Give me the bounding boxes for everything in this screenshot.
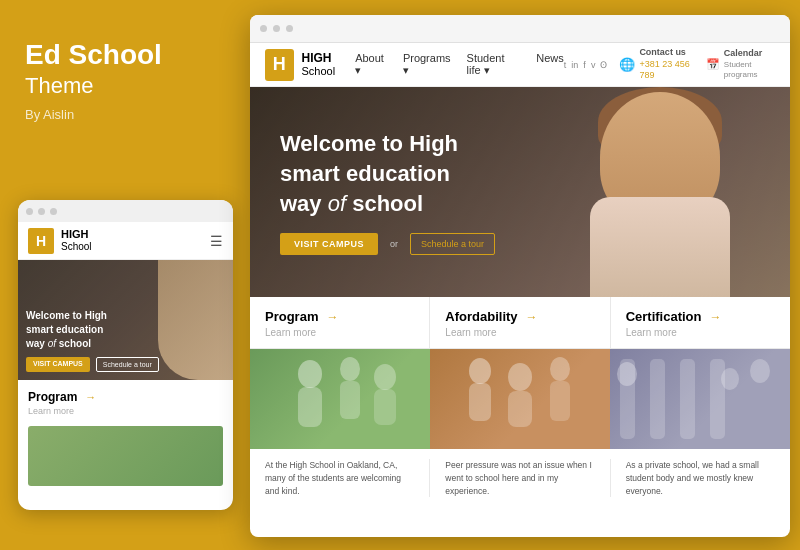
feature-program: Program → Learn more bbox=[250, 297, 430, 348]
card-svg-2 bbox=[430, 349, 610, 449]
mobile-top-bar bbox=[18, 200, 233, 222]
svg-rect-11 bbox=[550, 381, 570, 421]
mobile-program-image bbox=[28, 426, 223, 486]
mobile-hero-content: Welcome to High smart education way of s… bbox=[26, 309, 159, 372]
affordability-arrow-icon: → bbox=[526, 310, 538, 324]
mobile-program-title: Program → bbox=[28, 390, 223, 404]
desktop-mockup: H HIGH School About ▾ Programs ▾ Student… bbox=[250, 15, 790, 537]
calendar-label: Calendar bbox=[724, 48, 775, 60]
mobile-logo-name: HIGH bbox=[61, 228, 89, 240]
desc-1: At the High School in Oakland, CA, many … bbox=[250, 459, 430, 497]
svg-point-2 bbox=[340, 357, 360, 381]
mobile-nav: H HIGH School ☰ bbox=[18, 222, 233, 260]
social-icons: t in f v ʘ bbox=[564, 60, 608, 70]
svg-point-16 bbox=[617, 362, 637, 386]
nav-programs[interactable]: Programs ▾ bbox=[403, 52, 451, 77]
feature-affordability-learn[interactable]: Learn more bbox=[445, 327, 594, 338]
mobile-logo-subtitle: School bbox=[61, 241, 92, 252]
svg-point-10 bbox=[550, 357, 570, 381]
hero-person bbox=[530, 87, 730, 297]
calendar-icon: 📅 bbox=[706, 58, 720, 71]
mobile-hero: Welcome to High smart education way of s… bbox=[18, 260, 233, 380]
facebook-icon[interactable]: f bbox=[583, 60, 586, 70]
card-2 bbox=[430, 349, 610, 449]
calendar-block: 📅 Calendar Student programs bbox=[706, 48, 775, 80]
contact-block: 🌐 Contact us +381 23 456 789 bbox=[619, 47, 693, 82]
card-1 bbox=[250, 349, 430, 449]
features-row: Program → Learn more Afordability → Lear… bbox=[250, 297, 790, 349]
desktop-dot-1 bbox=[260, 25, 267, 32]
feature-affordability-title: Afordability → bbox=[445, 309, 594, 324]
svg-rect-3 bbox=[340, 381, 360, 419]
contact-label: Contact us bbox=[639, 47, 693, 59]
feature-program-learn[interactable]: Learn more bbox=[265, 327, 414, 338]
feature-affordability: Afordability → Learn more bbox=[430, 297, 610, 348]
vimeo-icon[interactable]: v bbox=[591, 60, 596, 70]
desc-3: As a private school, we had a small stud… bbox=[611, 459, 790, 497]
twitter-icon[interactable]: t bbox=[564, 60, 567, 70]
contact-text: Contact us +381 23 456 789 bbox=[639, 47, 693, 82]
svg-rect-1 bbox=[298, 387, 322, 427]
desktop-dot-3 bbox=[286, 25, 293, 32]
feature-certification-learn[interactable]: Learn more bbox=[626, 327, 775, 338]
desktop-top-bar bbox=[250, 15, 790, 43]
rss-icon[interactable]: ʘ bbox=[600, 60, 607, 70]
svg-point-0 bbox=[298, 360, 322, 388]
desktop-hero: Welcome to High smart education way of s… bbox=[250, 87, 790, 297]
card-image-1 bbox=[250, 349, 430, 449]
mobile-visit-campus-button[interactable]: VISIT CAMPUS bbox=[26, 357, 90, 372]
mobile-logo-box: H bbox=[28, 228, 54, 254]
desktop-logo-subtitle: School bbox=[302, 65, 336, 77]
svg-rect-9 bbox=[508, 391, 532, 427]
mobile-mockup: H HIGH School ☰ Welcome to High smart ed… bbox=[18, 200, 233, 510]
card-svg-3 bbox=[610, 349, 790, 449]
svg-rect-14 bbox=[680, 359, 695, 439]
desc-2: Peer pressure was not an issue when I we… bbox=[430, 459, 610, 497]
dot-3 bbox=[50, 208, 57, 215]
svg-point-6 bbox=[469, 358, 491, 384]
card-image-3 bbox=[610, 349, 790, 449]
mobile-schedule-button[interactable]: Schedule a tour bbox=[96, 357, 159, 372]
desktop-logo-text: HIGH School bbox=[302, 51, 336, 79]
desktop-logo-letter: H bbox=[273, 54, 286, 75]
mobile-learn-more[interactable]: Learn more bbox=[28, 406, 223, 416]
cards-row bbox=[250, 349, 790, 449]
calendar-sub[interactable]: Student programs bbox=[724, 60, 775, 81]
hero-or-text: or bbox=[390, 239, 398, 249]
desktop-logo-box: H bbox=[265, 49, 294, 81]
theme-subtitle: Theme bbox=[25, 73, 220, 99]
svg-rect-13 bbox=[650, 359, 665, 439]
mobile-hero-buttons: VISIT CAMPUS Schedule a tour bbox=[26, 357, 159, 372]
desktop-nav: H HIGH School About ▾ Programs ▾ Student… bbox=[250, 43, 790, 87]
nav-student-life[interactable]: Student life ▾ bbox=[467, 52, 521, 77]
person-body bbox=[590, 197, 730, 297]
desktop-nav-links: About ▾ Programs ▾ Student life ▾ News bbox=[355, 52, 564, 77]
svg-rect-15 bbox=[710, 359, 725, 439]
card-3 bbox=[610, 349, 790, 449]
card-image-2 bbox=[430, 349, 610, 449]
schedule-tour-button[interactable]: Schedule a tour bbox=[410, 233, 495, 255]
certification-arrow-icon: → bbox=[710, 310, 722, 324]
svg-point-17 bbox=[721, 368, 739, 390]
dot-1 bbox=[26, 208, 33, 215]
desktop-nav-right: t in f v ʘ 🌐 Contact us +381 23 456 789 … bbox=[564, 47, 775, 82]
visit-campus-button[interactable]: VISIT CAMPUS bbox=[280, 233, 378, 255]
desktop-dot-2 bbox=[273, 25, 280, 32]
theme-title: Ed School bbox=[25, 40, 220, 71]
mobile-hero-image bbox=[158, 260, 233, 380]
svg-point-18 bbox=[750, 359, 770, 383]
feature-certification-title: Certification → bbox=[626, 309, 775, 324]
nav-about[interactable]: About ▾ bbox=[355, 52, 387, 77]
linkedin-icon[interactable]: in bbox=[571, 60, 578, 70]
contact-phone[interactable]: +381 23 456 789 bbox=[639, 59, 693, 82]
desktop-logo-name: HIGH bbox=[302, 51, 332, 65]
hero-content: Welcome to High smart education way of s… bbox=[280, 129, 495, 254]
card-svg-1 bbox=[250, 349, 430, 449]
theme-by: By Aislin bbox=[25, 107, 220, 122]
svg-point-4 bbox=[374, 364, 396, 390]
descriptions-row: At the High School in Oakland, CA, many … bbox=[250, 449, 790, 507]
hamburger-icon[interactable]: ☰ bbox=[210, 233, 223, 249]
svg-rect-5 bbox=[374, 389, 396, 425]
nav-news[interactable]: News bbox=[536, 52, 564, 77]
hero-heading: Welcome to High smart education way of s… bbox=[280, 129, 495, 218]
